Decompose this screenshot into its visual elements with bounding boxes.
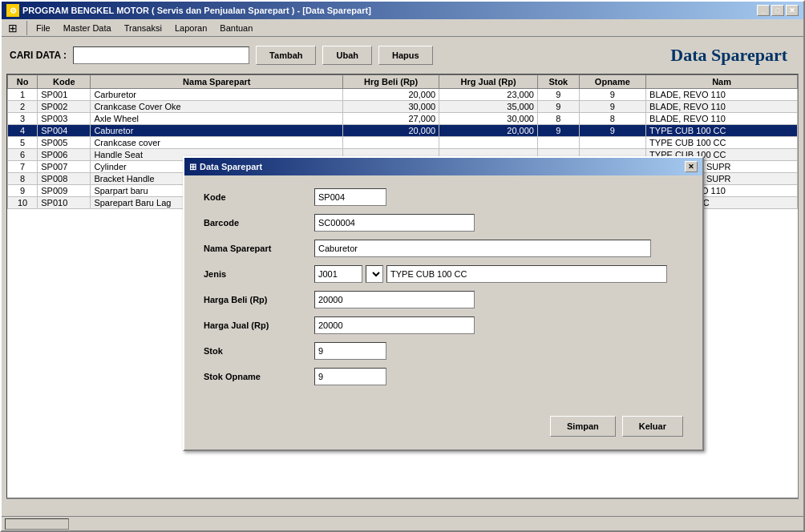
dialog-content: Kode Barcode Nama Sparepart Jenis — [184, 175, 702, 406]
jenis-dropdown[interactable] — [366, 265, 383, 283]
dialog-close-button[interactable]: ✕ — [685, 161, 698, 172]
jenis-row: Jenis — [204, 265, 683, 283]
kode-input[interactable] — [314, 188, 386, 206]
stok-opname-row: Stok Opname — [204, 368, 683, 385]
dialog-overlay: ⊞ Data Sparepart ✕ Kode Barcode Nama Spa… — [0, 0, 805, 532]
harga-jual-row: Harga Jual (Rp) — [204, 316, 683, 334]
nama-input[interactable] — [314, 240, 651, 257]
stok-row: Stok — [204, 342, 683, 360]
stok-input[interactable] — [314, 342, 386, 360]
harga-jual-input[interactable] — [314, 316, 475, 334]
dialog-title-label: Data Sparepart — [200, 162, 262, 171]
harga-beli-row: Harga Beli (Rp) — [204, 291, 683, 308]
harga-jual-label: Harga Jual (Rp) — [204, 320, 308, 330]
stok-opname-label: Stok Opname — [204, 372, 308, 381]
harga-beli-input[interactable] — [314, 291, 475, 308]
kode-row: Kode — [204, 188, 683, 206]
harga-beli-label: Harga Beli (Rp) — [204, 295, 308, 304]
nama-row: Nama Sparepart — [204, 240, 683, 257]
nama-label: Nama Sparepart — [204, 244, 308, 253]
dialog-title-bar: ⊞ Data Sparepart ✕ — [184, 158, 702, 175]
barcode-input[interactable] — [314, 214, 475, 232]
stok-label: Stok — [204, 346, 308, 356]
barcode-row: Barcode — [204, 214, 683, 232]
jenis-desc-input[interactable] — [386, 265, 667, 283]
data-sparepart-dialog: ⊞ Data Sparepart ✕ Kode Barcode Nama Spa… — [183, 156, 704, 451]
dialog-title-text: ⊞ Data Sparepart — [189, 162, 262, 172]
dialog-footer: Simpan Keluar — [184, 406, 702, 449]
barcode-label: Barcode — [204, 218, 308, 228]
dialog-title-icon: ⊞ — [189, 162, 196, 172]
keluar-button[interactable]: Keluar — [622, 416, 683, 437]
kode-label: Kode — [204, 192, 308, 202]
jenis-code-input[interactable] — [314, 265, 362, 283]
simpan-button[interactable]: Simpan — [550, 416, 616, 437]
stok-opname-input[interactable] — [314, 368, 386, 385]
jenis-label: Jenis — [204, 269, 308, 279]
jenis-controls — [314, 265, 667, 283]
